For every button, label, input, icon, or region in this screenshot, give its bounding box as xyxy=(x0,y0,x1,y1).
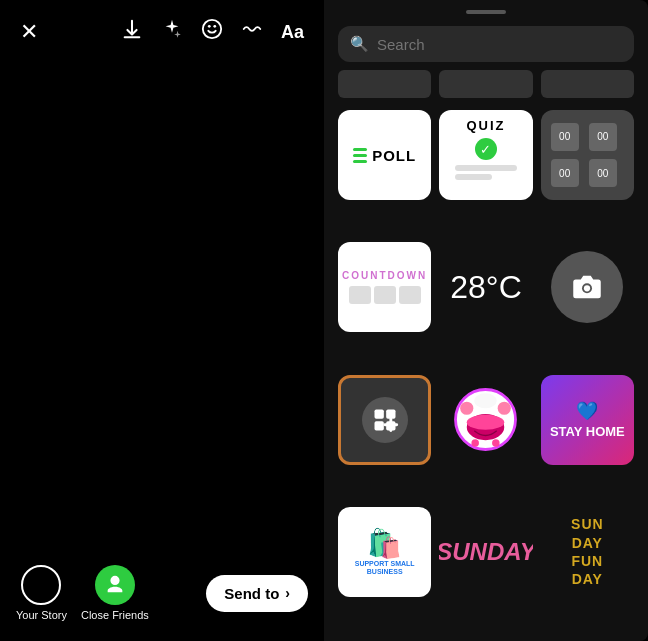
sticker-mouth[interactable] xyxy=(439,375,532,465)
sticker-sunday[interactable]: SUNDAY xyxy=(439,507,532,597)
sticker-poll[interactable]: POLL xyxy=(338,110,431,200)
close-icon[interactable]: ✕ xyxy=(20,19,38,45)
search-bar[interactable]: 🔍 xyxy=(338,26,634,62)
svg-point-14 xyxy=(467,415,505,430)
your-story-button[interactable]: Your Story xyxy=(16,565,67,621)
category-tab-2[interactable] xyxy=(439,70,532,98)
add-media-inner xyxy=(362,397,408,443)
sticker-stay-home[interactable]: 💙 STAY HOME xyxy=(541,375,634,465)
wave-icon[interactable] xyxy=(241,18,263,46)
drag-handle xyxy=(466,10,506,14)
close-friends-label: Close Friends xyxy=(81,609,149,621)
svg-rect-8 xyxy=(374,421,383,430)
numgrid-cell-4: 00 xyxy=(589,159,617,187)
send-to-chevron-icon: › xyxy=(285,585,290,601)
stickers-grid: POLL QUIZ ✓ 00 00 00 00 COUNTDOWN xyxy=(324,106,648,641)
category-tab-1[interactable] xyxy=(338,70,431,98)
numgrid-cell-3: 00 xyxy=(551,159,579,187)
sunday-text: SUNDAY xyxy=(439,538,532,566)
poll-inner: POLL xyxy=(341,137,428,174)
send-to-label: Send to xyxy=(224,585,279,602)
category-tabs xyxy=(324,70,648,106)
sparkle-icon[interactable] xyxy=(161,18,183,46)
mouth-svg xyxy=(448,382,523,457)
close-friends-circle xyxy=(95,565,135,605)
svg-point-17 xyxy=(475,393,498,408)
send-to-button[interactable]: Send to › xyxy=(206,575,308,612)
text-icon[interactable]: Aa xyxy=(281,22,304,43)
sticker-temperature[interactable]: 28°C xyxy=(439,242,532,332)
bottom-bar: Your Story Close Friends Send to › xyxy=(0,551,324,641)
poll-lines xyxy=(353,148,367,163)
svg-point-19 xyxy=(493,439,501,447)
left-panel: ✕ xyxy=(0,0,324,641)
category-tab-3[interactable] xyxy=(541,70,634,98)
svg-point-16 xyxy=(498,402,511,415)
quiz-title: QUIZ xyxy=(466,118,505,133)
countdown-title: COUNTDOWN xyxy=(342,270,427,281)
countdown-blocks xyxy=(349,286,421,304)
right-panel: 🔍 POLL QUIZ ✓ xyxy=(324,0,648,641)
svg-point-1 xyxy=(203,20,221,38)
svg-point-15 xyxy=(461,402,474,415)
your-story-label: Your Story xyxy=(16,609,67,621)
temp-text: 28°C xyxy=(450,269,522,306)
camera-icon xyxy=(572,272,602,302)
search-input[interactable] xyxy=(377,36,622,53)
add-media-icon xyxy=(371,406,399,434)
sticker-support-small-business[interactable]: 🛍️ SUPPORT SMALL BUSINESS xyxy=(338,507,431,597)
countdown-block-1 xyxy=(349,286,371,304)
close-friends-button[interactable]: Close Friends xyxy=(81,565,149,621)
top-bar: ✕ xyxy=(0,0,324,56)
poll-text: POLL xyxy=(372,147,416,164)
face-icon[interactable] xyxy=(201,18,223,46)
download-icon[interactable] xyxy=(121,18,143,46)
quiz-lines xyxy=(455,165,517,180)
sticker-quiz[interactable]: QUIZ ✓ xyxy=(439,110,532,200)
svg-point-18 xyxy=(472,439,480,447)
your-story-circle xyxy=(21,565,61,605)
countdown-block-3 xyxy=(399,286,421,304)
ssb-text: SUPPORT SMALL BUSINESS xyxy=(343,560,426,577)
numgrid-cell-2: 00 xyxy=(589,123,617,151)
sticker-sunday-fun-day[interactable]: SUNDAYFUNDAY xyxy=(541,507,634,597)
sticker-countdown[interactable]: COUNTDOWN xyxy=(338,242,431,332)
quiz-check: ✓ xyxy=(475,138,497,160)
stay-home-text: STAY HOME xyxy=(550,424,625,440)
camera-circle xyxy=(551,251,623,323)
countdown-block-2 xyxy=(374,286,396,304)
ssb-bag-icon: 🛍️ xyxy=(367,527,402,560)
search-icon: 🔍 xyxy=(350,35,369,53)
sundayfunday-text: SUNDAYFUNDAY xyxy=(571,515,604,588)
sticker-add-media[interactable] xyxy=(338,375,431,465)
stay-home-heart-icon: 💙 xyxy=(576,400,598,422)
canvas-area xyxy=(0,56,324,551)
top-bar-icons-right: Aa xyxy=(121,18,304,46)
numgrid-cell-1: 00 xyxy=(551,123,579,151)
svg-point-5 xyxy=(584,285,590,291)
sticker-numgrid[interactable]: 00 00 00 00 xyxy=(541,110,634,200)
svg-rect-6 xyxy=(374,409,383,418)
stay-home-content: 💙 STAY HOME xyxy=(550,400,625,440)
sticker-camera[interactable] xyxy=(541,242,634,332)
